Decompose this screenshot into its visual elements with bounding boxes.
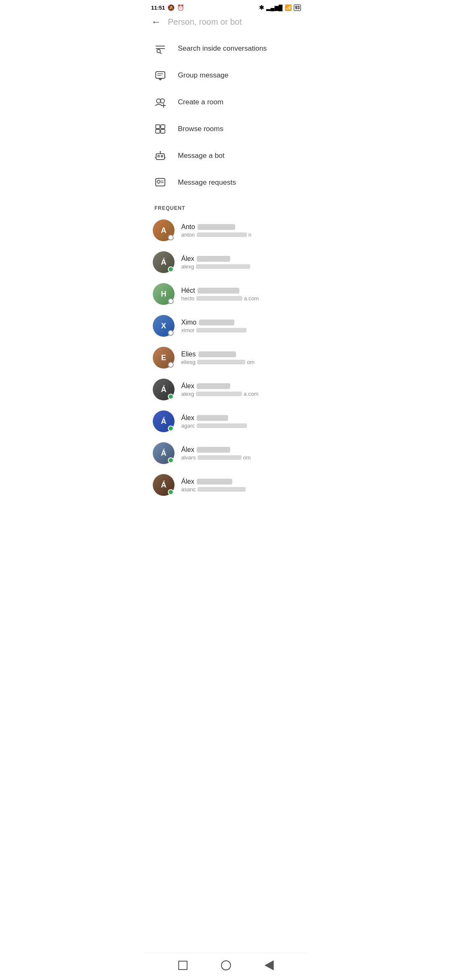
name-redacted [198, 288, 239, 294]
contact-item[interactable]: Á Álex alexg a.com [144, 374, 308, 405]
contact-info: Álex asanc [181, 478, 299, 493]
menu-list: Search inside conversations Group messag… [144, 32, 308, 199]
create-room-icon [154, 96, 166, 108]
status-dot [168, 457, 174, 463]
contact-name: Elies [181, 351, 299, 358]
contact-info: Ximo ximor [181, 319, 299, 333]
contact-name: Álex [181, 446, 299, 454]
avatar: E [153, 347, 175, 369]
name-redacted [198, 224, 235, 230]
contact-item[interactable]: H Héct hecto a.com [144, 278, 308, 310]
name-redacted [197, 415, 228, 421]
contact-info: Álex alvars om [181, 446, 299, 461]
avatar: Á [153, 442, 175, 464]
name-redacted [197, 479, 232, 485]
contact-email: ximor [181, 327, 299, 333]
name-redacted [197, 447, 230, 453]
name-redacted [197, 256, 230, 262]
contact-item[interactable]: Á Álex agarc [144, 405, 308, 437]
status-dot [168, 298, 174, 304]
contact-item[interactable]: A Anto anton n [144, 214, 308, 246]
message-bot-item[interactable]: Message a bot [144, 142, 308, 169]
contact-email: hecto a.com [181, 295, 299, 302]
group-message-icon [154, 70, 166, 81]
contact-item[interactable]: Á Álex alvars om [144, 437, 308, 469]
status-bar: 11:51 🔕 ⏰ ✱ ▂▄▆█ 📶 93 [144, 0, 308, 13]
contact-item[interactable]: X Ximo ximor [144, 310, 308, 342]
contact-email: eliesg om [181, 359, 299, 365]
message-requests-icon [154, 177, 166, 188]
group-message-label: Group message [178, 71, 229, 80]
contact-name: Ximo [181, 319, 299, 326]
status-dot [168, 489, 174, 495]
name-redacted [198, 351, 236, 357]
svg-point-17 [160, 151, 161, 152]
svg-rect-12 [161, 125, 165, 129]
contact-info: Héct hecto a.com [181, 287, 299, 302]
back-button[interactable]: ← [151, 17, 161, 27]
mute-icon: 🔕 [167, 4, 175, 11]
contact-list: A Anto anton n Á Álex [144, 214, 308, 501]
contact-email: alexg a.com [181, 391, 299, 397]
group-message-item[interactable]: Group message [144, 62, 308, 89]
email-redacted [196, 296, 242, 301]
email-redacted [196, 264, 250, 269]
svg-rect-14 [161, 129, 165, 133]
avatar: Á [153, 251, 175, 273]
search-conversations-icon [154, 43, 166, 54]
svg-rect-13 [156, 129, 160, 133]
contact-info: Álex alexg [181, 255, 299, 270]
email-redacted [198, 487, 246, 492]
contact-email: alvars om [181, 454, 299, 461]
status-dot [168, 362, 174, 368]
name-redacted [199, 320, 234, 325]
email-redacted [197, 232, 247, 237]
status-dot [168, 426, 174, 431]
create-room-label: Create a room [178, 98, 223, 106]
contact-name: Álex [181, 382, 299, 390]
svg-point-23 [157, 181, 160, 183]
contact-name: Héct [181, 287, 299, 294]
svg-line-3 [160, 52, 161, 54]
search-conversations-item[interactable]: Search inside conversations [144, 35, 308, 62]
avatar: Á [153, 410, 175, 432]
search-conversations-label: Search inside conversations [178, 44, 267, 53]
email-redacted [197, 423, 247, 428]
create-room-item[interactable]: Create a room [144, 89, 308, 116]
avatar: Á [153, 474, 175, 496]
search-field[interactable]: Person, room or bot [168, 17, 301, 27]
status-dot [168, 330, 174, 336]
contact-info: Álex alexg a.com [181, 382, 299, 397]
contact-item[interactable]: Á Álex asanc [144, 469, 308, 501]
avatar: X [153, 315, 175, 337]
battery-indicator: 93 [294, 5, 301, 11]
frequent-section-header: FREQUENT [144, 199, 308, 214]
signal-icon: ▂▄▆█ [266, 5, 282, 11]
browse-rooms-item[interactable]: Browse rooms [144, 116, 308, 142]
contact-name: Álex [181, 478, 299, 485]
avatar: H [153, 283, 175, 305]
contact-name: Anto [181, 223, 299, 231]
avatar: Á [153, 379, 175, 400]
contact-email: asanc [181, 486, 299, 493]
avatar: A [153, 219, 175, 241]
contact-email: alexg [181, 263, 299, 270]
contact-name: Álex [181, 255, 299, 263]
email-redacted [197, 360, 245, 364]
contact-item[interactable]: E Elies eliesg om [144, 342, 308, 374]
svg-point-18 [158, 155, 159, 157]
message-requests-label: Message requests [178, 178, 236, 187]
bluetooth-icon: ✱ [259, 4, 264, 11]
svg-rect-11 [156, 125, 160, 129]
contact-item[interactable]: Á Álex alexg [144, 246, 308, 278]
browse-rooms-icon [154, 123, 166, 135]
contact-info: Álex agarc [181, 414, 299, 429]
email-redacted [196, 328, 247, 333]
email-redacted [196, 392, 242, 396]
message-bot-label: Message a bot [178, 152, 225, 160]
contact-name: Álex [181, 414, 299, 422]
status-dot [168, 235, 174, 240]
email-redacted [198, 455, 241, 460]
message-requests-item[interactable]: Message requests [144, 169, 308, 196]
name-redacted [197, 383, 230, 389]
